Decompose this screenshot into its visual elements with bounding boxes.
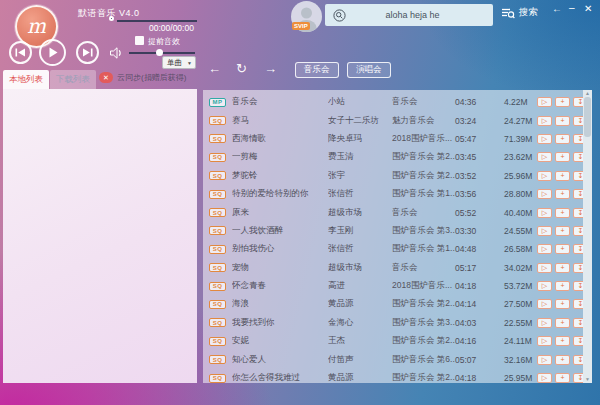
song-title: 音乐会 bbox=[232, 96, 328, 108]
search-input[interactable]: aloha heja he bbox=[325, 4, 493, 26]
song-title: 怀念青春 bbox=[232, 280, 328, 292]
song-artist: 张信哲 bbox=[328, 243, 392, 255]
play-song-icon[interactable]: ▷ bbox=[537, 373, 552, 383]
song-artist: 王杰 bbox=[328, 335, 392, 347]
song-row[interactable]: SQ 赛马 女子十二乐坊 魅力音乐会 03:24 24.27M ▷ + ↧ bbox=[209, 111, 583, 129]
song-album: 围炉音乐会 第6... bbox=[392, 354, 455, 366]
song-list-panel: MP 音乐会 小站 音乐会 04:36 4.22M ▷ + ↧ SQ 赛马 女子… bbox=[203, 90, 592, 383]
app-window: m 默语音乐 V4.0 00:00/00:00 SVIP aloha heja … bbox=[0, 0, 600, 405]
add-song-icon[interactable]: + bbox=[555, 244, 570, 254]
tab-download-list[interactable]: 下载列表 bbox=[50, 70, 96, 89]
song-list: MP 音乐会 小站 音乐会 04:36 4.22M ▷ + ↧ SQ 赛马 女子… bbox=[209, 93, 583, 383]
add-song-icon[interactable]: + bbox=[555, 189, 570, 199]
song-artist: 李玉刚 bbox=[328, 225, 392, 237]
song-row[interactable]: SQ 特别的爱给特别的你 张信哲 围炉音乐会 第1... 03:56 28.80… bbox=[209, 185, 583, 203]
song-row[interactable]: SQ 海浪 黄品源 围炉音乐会 第2... 04:14 27.50M ▷ + ↧ bbox=[209, 295, 583, 313]
song-row[interactable]: SQ 梦驼铃 张宇 围炉音乐会 第2... 03:52 25.96M ▷ + ↧ bbox=[209, 167, 583, 185]
play-song-icon[interactable]: ▷ bbox=[537, 244, 552, 254]
progress-slider-track[interactable] bbox=[117, 20, 197, 22]
tab-cloud-sync[interactable]: ✕ 云同步(捐赠后获得) bbox=[99, 72, 186, 83]
add-song-icon[interactable]: + bbox=[555, 299, 570, 309]
song-actions: ▷ + ↧ bbox=[537, 318, 588, 328]
play-song-icon[interactable]: ▷ bbox=[537, 281, 552, 291]
song-row[interactable]: SQ 你怎么舍得我难过 黄品源 围炉音乐会 第2... 04:18 25.95M… bbox=[209, 369, 583, 383]
window-back-button[interactable]: ← bbox=[552, 4, 562, 14]
song-album: 围炉音乐会 第3... bbox=[392, 225, 455, 237]
play-song-icon[interactable]: ▷ bbox=[537, 134, 552, 144]
quality-badge: SQ bbox=[209, 374, 226, 383]
scrollbar[interactable]: ▲ ▼ bbox=[583, 90, 592, 383]
song-row[interactable]: SQ 我要找到你 金海心 围炉音乐会 第3... 04:03 22.55M ▷ … bbox=[209, 314, 583, 332]
search-input-value: aloha heja he bbox=[346, 10, 493, 20]
add-song-icon[interactable]: + bbox=[555, 226, 570, 236]
add-song-icon[interactable]: + bbox=[555, 171, 570, 181]
filter-live-button[interactable]: 演唱会 bbox=[347, 62, 391, 78]
song-row[interactable]: SQ 别怕我伤心 张信哲 围炉音乐会 第1... 04:48 26.58M ▷ … bbox=[209, 240, 583, 258]
song-row[interactable]: SQ 宠物 超级市场 音乐会 05:17 34.02M ▷ + ↧ bbox=[209, 259, 583, 277]
search-button[interactable]: 搜索 bbox=[501, 6, 538, 19]
window-minimize-button[interactable]: – bbox=[569, 3, 575, 13]
add-song-icon[interactable]: + bbox=[555, 116, 570, 126]
play-song-icon[interactable]: ▷ bbox=[537, 355, 552, 365]
play-song-icon[interactable]: ▷ bbox=[537, 171, 552, 181]
volume-slider-handle[interactable] bbox=[156, 49, 163, 56]
play-song-icon[interactable]: ▷ bbox=[537, 263, 552, 273]
song-row[interactable]: SQ 西海情歌 降央卓玛 2018围炉音乐... 05:47 71.39M ▷ … bbox=[209, 130, 583, 148]
quality-badge: SQ bbox=[209, 171, 226, 180]
play-mode-select[interactable]: 单曲 ▼ bbox=[162, 56, 196, 69]
song-row[interactable]: SQ 安妮 王杰 围炉音乐会 第2... 04:16 24.11M ▷ + ↧ bbox=[209, 332, 583, 350]
song-duration: 03:56 bbox=[455, 189, 504, 199]
song-size: 27.50M bbox=[504, 299, 537, 309]
play-song-icon[interactable]: ▷ bbox=[537, 189, 552, 199]
song-row[interactable]: SQ 怀念青春 高进 2018围炉音乐... 04:18 53.72M ▷ + … bbox=[209, 277, 583, 295]
previous-track-button[interactable] bbox=[9, 41, 32, 64]
nav-back-button[interactable]: ← bbox=[208, 61, 221, 77]
add-song-icon[interactable]: + bbox=[555, 152, 570, 162]
nav-refresh-button[interactable]: ↻ bbox=[236, 61, 247, 77]
play-song-icon[interactable]: ▷ bbox=[537, 336, 552, 346]
add-song-icon[interactable]: + bbox=[555, 97, 570, 107]
add-song-icon[interactable]: + bbox=[555, 336, 570, 346]
nav-forward-button[interactable]: → bbox=[264, 61, 277, 77]
filter-concert-button[interactable]: 音乐会 bbox=[295, 62, 339, 78]
play-song-icon[interactable]: ▷ bbox=[537, 299, 552, 309]
scroll-down-icon[interactable]: ▼ bbox=[585, 376, 590, 383]
scrollbar-thumb[interactable] bbox=[584, 97, 591, 137]
search-button-label: 搜索 bbox=[519, 6, 538, 19]
song-row[interactable]: MP 音乐会 小站 音乐会 04:36 4.22M ▷ + ↧ bbox=[209, 93, 583, 111]
play-song-icon[interactable]: ▷ bbox=[537, 226, 552, 236]
add-song-icon[interactable]: + bbox=[555, 281, 570, 291]
song-album: 魅力音乐会 bbox=[392, 115, 455, 127]
play-song-icon[interactable]: ▷ bbox=[537, 97, 552, 107]
sound-effect-checkbox[interactable] bbox=[135, 36, 144, 45]
search-icon bbox=[333, 9, 346, 22]
song-actions: ▷ + ↧ bbox=[537, 336, 588, 346]
window-close-button[interactable]: ✕ bbox=[584, 4, 592, 14]
song-row[interactable]: SQ 原来 超级市场 音乐会 05:52 40.40M ▷ + ↧ bbox=[209, 203, 583, 221]
play-song-icon[interactable]: ▷ bbox=[537, 208, 552, 218]
add-song-icon[interactable]: + bbox=[555, 263, 570, 273]
song-size: 24.55M bbox=[504, 226, 537, 236]
add-song-icon[interactable]: + bbox=[555, 208, 570, 218]
play-song-icon[interactable]: ▷ bbox=[537, 318, 552, 328]
progress-slider-handle[interactable] bbox=[109, 16, 114, 21]
song-size: 40.40M bbox=[504, 208, 537, 218]
play-song-icon[interactable]: ▷ bbox=[537, 116, 552, 126]
next-track-button[interactable] bbox=[76, 41, 99, 64]
quality-badge: SQ bbox=[209, 263, 226, 272]
scroll-up-icon[interactable]: ▲ bbox=[585, 90, 590, 97]
song-row[interactable]: SQ 一人我饮酒醉 李玉刚 围炉音乐会 第3... 03:30 24.55M ▷… bbox=[209, 222, 583, 240]
add-song-icon[interactable]: + bbox=[555, 373, 570, 383]
play-button[interactable] bbox=[39, 39, 66, 66]
song-duration: 04:18 bbox=[455, 281, 504, 291]
song-album: 围炉音乐会 第2... bbox=[392, 335, 455, 347]
song-actions: ▷ + ↧ bbox=[537, 281, 588, 291]
add-song-icon[interactable]: + bbox=[555, 355, 570, 365]
song-row[interactable]: SQ 一剪梅 费玉清 围炉音乐会 第2... 03:45 23.62M ▷ + … bbox=[209, 148, 583, 166]
play-song-icon[interactable]: ▷ bbox=[537, 152, 552, 162]
add-song-icon[interactable]: + bbox=[555, 134, 570, 144]
volume-icon[interactable] bbox=[110, 45, 124, 63]
add-song-icon[interactable]: + bbox=[555, 318, 570, 328]
song-row[interactable]: SQ 知心爱人 付笛声 围炉音乐会 第6... 05:07 32.16M ▷ +… bbox=[209, 350, 583, 368]
tab-local-list[interactable]: 本地列表 bbox=[3, 70, 49, 89]
